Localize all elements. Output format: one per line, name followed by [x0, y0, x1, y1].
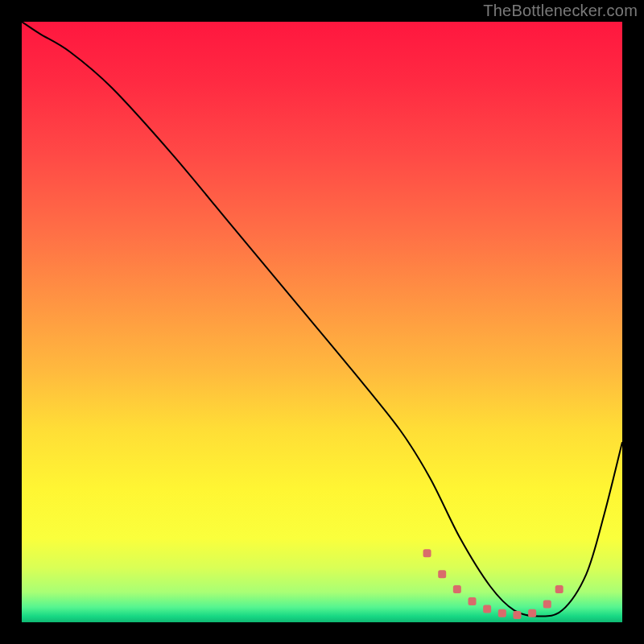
sweet-spot-marker	[528, 609, 536, 617]
sweet-spot-marker	[498, 609, 506, 617]
sweet-spot-marker	[469, 597, 477, 605]
bottleneck-plot	[22, 22, 622, 622]
sweet-spot-marker	[513, 611, 521, 619]
sweet-spot-marker	[555, 585, 564, 593]
watermark-text: TheBottlenecker.com	[483, 2, 638, 20]
chart-container: TheBottlenecker.com	[0, 0, 644, 644]
plot-background	[22, 22, 622, 622]
sweet-spot-marker	[438, 570, 446, 578]
sweet-spot-marker	[543, 601, 551, 609]
sweet-spot-marker	[483, 605, 491, 613]
sweet-spot-marker	[423, 549, 431, 557]
sweet-spot-marker	[453, 585, 461, 593]
